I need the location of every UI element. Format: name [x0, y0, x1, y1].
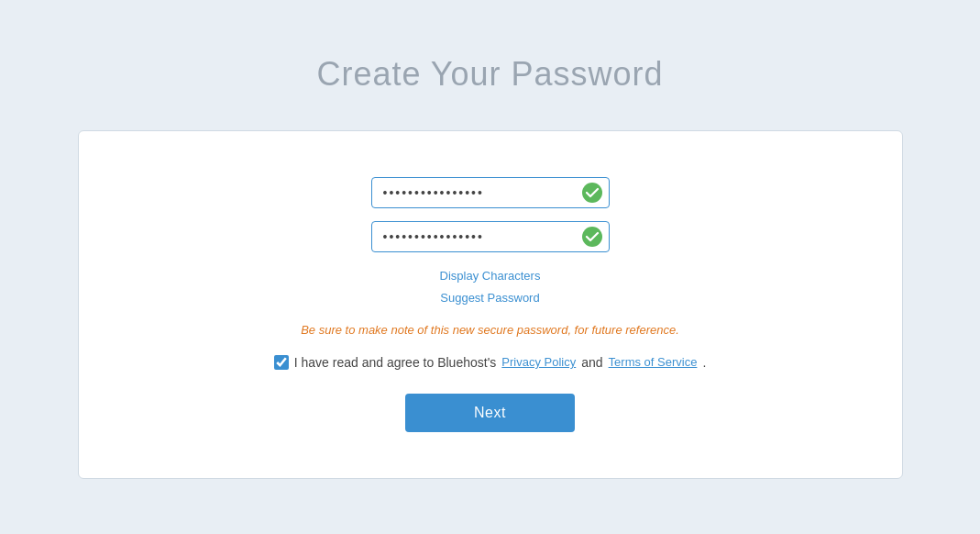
form-card: Display Characters Suggest Password Be s… — [78, 130, 903, 478]
agreement-and-text: and — [581, 355, 602, 370]
confirm-password-input[interactable] — [371, 221, 610, 252]
password-input-wrapper — [371, 177, 610, 208]
password-links: Display Characters Suggest Password — [440, 265, 541, 308]
confirm-password-input-wrapper — [371, 221, 610, 252]
warning-text: Be sure to make note of this new secure … — [301, 323, 679, 337]
agreement-suffix-text: . — [702, 355, 706, 370]
svg-point-0 — [582, 183, 602, 203]
agreement-prefix-text: I have read and agree to Bluehost's — [294, 355, 497, 370]
page-title: Create Your Password — [316, 55, 663, 94]
suggest-password-link[interactable]: Suggest Password — [440, 287, 539, 308]
next-button[interactable]: Next — [405, 394, 575, 432]
privacy-policy-link[interactable]: Privacy Policy — [501, 351, 576, 373]
svg-point-1 — [582, 227, 602, 247]
agreement-checkbox[interactable] — [274, 355, 289, 370]
display-characters-link[interactable]: Display Characters — [440, 265, 541, 286]
terms-of-service-link[interactable]: Terms of Service — [609, 351, 698, 373]
confirm-valid-icon — [582, 227, 602, 247]
password-valid-icon — [582, 183, 602, 203]
password-input[interactable] — [371, 177, 610, 208]
agreement-row: I have read and agree to Bluehost's Priv… — [274, 351, 707, 373]
